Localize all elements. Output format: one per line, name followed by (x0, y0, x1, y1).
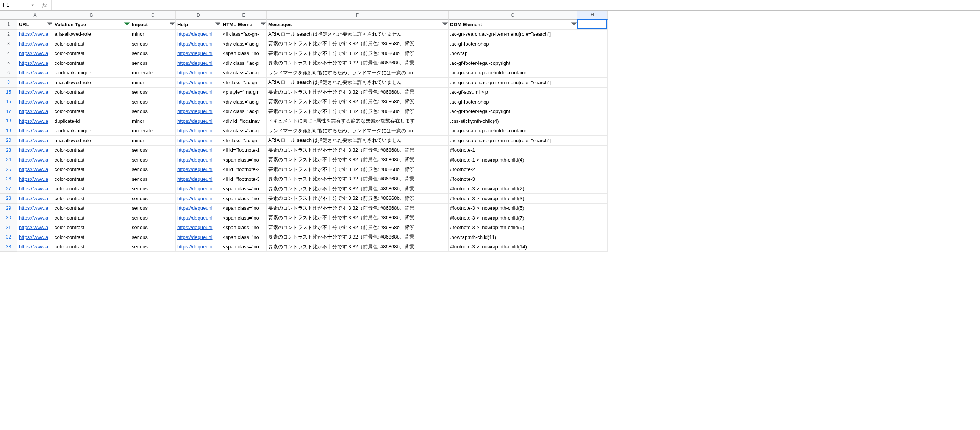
cell-url[interactable]: https://www.a (18, 78, 53, 88)
cell-html-element[interactable]: <div id="localnav (221, 117, 267, 126)
col-header-a[interactable]: A (18, 11, 53, 20)
cell-messages[interactable]: 要素のコントラスト比が不十分です 3.32（前景色: #86868b、背景 (267, 184, 449, 194)
filter-icon[interactable] (170, 24, 174, 26)
cell-html-element[interactable]: <span class="no (221, 184, 267, 194)
cell-messages[interactable]: 要素のコントラスト比が不十分です 3.32（前景色: #86868b、背景 (267, 165, 449, 175)
cell-url[interactable]: https://www.a (18, 184, 53, 194)
cell-dom-element[interactable]: #footnote-3 > .nowrap:nth-child(9) (449, 223, 578, 233)
cell-dom-element[interactable]: .ac-gn-search.ac-gn-item-menu[role="sear… (449, 30, 578, 40)
cell-html-element[interactable]: <div class="ac-g (221, 97, 267, 107)
cell-dom-element[interactable]: #footnote-2 (449, 165, 578, 175)
cell-url[interactable]: https://www.a (18, 97, 53, 107)
cell-dom-element[interactable]: .ac-gn-search-placeholder-container (449, 126, 578, 136)
cell-html-element[interactable]: <li class="ac-gn- (221, 78, 267, 88)
cell-empty[interactable] (578, 145, 608, 155)
cell-empty[interactable] (578, 58, 608, 68)
row-header[interactable]: 32 (0, 232, 18, 242)
cell-violation-type[interactable]: color-contrast (53, 58, 130, 68)
cell-impact[interactable]: serious (130, 232, 176, 242)
cell-help[interactable]: https://dequeuni (176, 184, 221, 194)
row-header[interactable]: 16 (0, 97, 18, 107)
cell-messages[interactable]: ARIA ロール search は指定された要素に許可されていません (267, 136, 449, 145)
row-header[interactable]: 27 (0, 184, 18, 194)
cell-empty[interactable] (578, 213, 608, 223)
cell-empty[interactable] (578, 136, 608, 145)
cell-url[interactable]: https://www.a (18, 165, 53, 175)
cell-help[interactable]: https://dequeuni (176, 88, 221, 98)
cell-url[interactable]: https://www.a (18, 145, 53, 155)
col-header-g[interactable]: G (449, 11, 578, 20)
cell-empty[interactable] (578, 204, 608, 214)
cell-html-element[interactable]: <span class="no (221, 223, 267, 233)
cell-messages[interactable]: 要素のコントラスト比が不十分です 3.32（前景色: #86868b、背景 (267, 204, 449, 214)
cell-dom-element[interactable]: #footnote-3 > .nowrap:nth-child(3) (449, 194, 578, 204)
header-html-element[interactable]: HTML Eleme (221, 20, 267, 30)
cell-html-element[interactable]: <span class="no (221, 155, 267, 165)
filter-icon[interactable] (572, 24, 576, 26)
row-header[interactable]: 33 (0, 242, 18, 252)
cell-violation-type[interactable]: color-contrast (53, 39, 130, 49)
cell-impact[interactable]: minor (130, 30, 176, 40)
cell-html-element[interactable]: <li id="footnote-1 (221, 145, 267, 155)
cell-impact[interactable]: serious (130, 88, 176, 98)
cell-violation-type[interactable]: aria-allowed-role (53, 78, 130, 88)
filter-icon[interactable] (48, 24, 51, 26)
cell-help[interactable]: https://dequeuni (176, 213, 221, 223)
cell-impact[interactable]: serious (130, 242, 176, 252)
cell-html-element[interactable]: <span class="no (221, 232, 267, 242)
cell-messages[interactable]: 要素のコントラスト比が不十分です 3.32（前景色: #86868b、背景 (267, 174, 449, 184)
cell-dom-element[interactable]: .ac-gf-footer-shop (449, 97, 578, 107)
formula-input[interactable] (51, 0, 980, 10)
cell-html-element[interactable]: <span class="no (221, 213, 267, 223)
cell-url[interactable]: https://www.a (18, 39, 53, 49)
cell-impact[interactable]: moderate (130, 126, 176, 136)
cell-empty[interactable] (578, 88, 608, 98)
cell-empty[interactable] (578, 194, 608, 204)
cell-dom-element[interactable]: #footnote-3 > .nowrap:nth-child(7) (449, 213, 578, 223)
cell-violation-type[interactable]: color-contrast (53, 223, 130, 233)
row-header[interactable]: 19 (0, 126, 18, 136)
cell-violation-type[interactable]: color-contrast (53, 155, 130, 165)
cell-url[interactable]: https://www.a (18, 136, 53, 145)
cell-violation-type[interactable]: landmark-unique (53, 68, 130, 78)
cell-messages[interactable]: ドキュメントに同じid属性を共有する静的な要素が複数存在します (267, 117, 449, 126)
cell-messages[interactable]: 要素のコントラスト比が不十分です 3.32（前景色: #86868b、背景 (267, 242, 449, 252)
cell-help[interactable]: https://dequeuni (176, 68, 221, 78)
cell-messages[interactable]: 要素のコントラスト比が不十分です 3.32（前景色: #86868b、背景 (267, 232, 449, 242)
cell-dom-element[interactable]: #footnote-3 > .nowrap:nth-child(2) (449, 184, 578, 194)
row-header[interactable]: 3 (0, 39, 18, 49)
cell-violation-type[interactable]: color-contrast (53, 107, 130, 117)
cell-help[interactable]: https://dequeuni (176, 117, 221, 126)
cell-impact[interactable]: serious (130, 165, 176, 175)
header-help[interactable]: Help (176, 20, 221, 30)
cell-help[interactable]: https://dequeuni (176, 204, 221, 214)
name-box[interactable]: H1 ▼ (0, 0, 38, 10)
cell-dom-element[interactable]: .css-sticky:nth-child(4) (449, 117, 578, 126)
row-header[interactable]: 23 (0, 145, 18, 155)
row-header[interactable]: 30 (0, 213, 18, 223)
row-header[interactable]: 31 (0, 223, 18, 233)
header-messages[interactable]: Messages (267, 20, 449, 30)
col-header-d[interactable]: D (176, 11, 221, 20)
cell-empty[interactable] (578, 155, 608, 165)
cell-url[interactable]: https://www.a (18, 126, 53, 136)
row-header[interactable]: 29 (0, 204, 18, 214)
cell-empty[interactable] (578, 97, 608, 107)
header-h-empty[interactable] (578, 20, 608, 30)
chevron-down-icon[interactable]: ▼ (31, 3, 35, 7)
cell-empty[interactable] (578, 165, 608, 175)
cell-html-element[interactable]: <li id="footnote-3 (221, 174, 267, 184)
cell-messages[interactable]: 要素のコントラスト比が不十分です 3.32（前景色: #86868b、背景 (267, 155, 449, 165)
select-all-corner[interactable] (0, 11, 18, 20)
cell-url[interactable]: https://www.a (18, 213, 53, 223)
cell-dom-element[interactable]: .ac-gn-search.ac-gn-item-menu[role="sear… (449, 78, 578, 88)
cell-dom-element[interactable]: #footnote-1 > .nowrap:nth-child(4) (449, 155, 578, 165)
row-header[interactable]: 15 (0, 88, 18, 98)
cell-dom-element[interactable]: .ac-gn-search-placeholder-container (449, 68, 578, 78)
cell-impact[interactable]: serious (130, 204, 176, 214)
cell-url[interactable]: https://www.a (18, 107, 53, 117)
cell-impact[interactable]: serious (130, 194, 176, 204)
col-header-b[interactable]: B (53, 11, 130, 20)
cell-violation-type[interactable]: color-contrast (53, 88, 130, 98)
cell-html-element[interactable]: <div class="ac-g (221, 126, 267, 136)
